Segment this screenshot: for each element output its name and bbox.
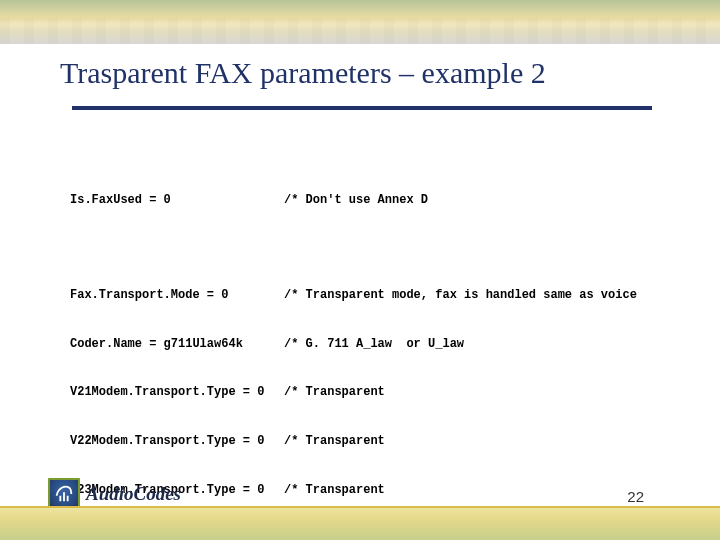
- code-lhs: V21Modem.Transport.Type = 0: [70, 384, 284, 400]
- slide-title: Trasparent FAX parameters – example 2: [60, 56, 546, 90]
- code-lhs: Is.FaxUsed = 0: [70, 192, 284, 208]
- bottom-decorative-band: 22: [0, 506, 720, 540]
- code-comment: /* Transparent mode, fax is handled same…: [284, 287, 637, 303]
- code-line: V22Modem.Transport.Type = 0/* Transparen…: [70, 433, 660, 449]
- code-line: Is.FaxUsed = 0/* Don't use Annex D: [70, 192, 660, 208]
- code-lhs: Fax.Transport.Mode = 0: [70, 287, 284, 303]
- code-lhs: Coder.Name = g711Ulaw64k: [70, 336, 284, 352]
- slide: Trasparent FAX parameters – example 2 Is…: [0, 0, 720, 540]
- code-line: V21Modem.Transport.Type = 0/* Transparen…: [70, 384, 660, 400]
- title-underline: [72, 106, 652, 110]
- code-line: Fax.Transport.Mode = 0/* Transparent mod…: [70, 287, 660, 303]
- code-comment: /* Transparent: [284, 384, 385, 400]
- code-comment: /* Transparent: [284, 433, 385, 449]
- slide-number: 22: [627, 488, 644, 505]
- top-decorative-band: [0, 0, 720, 44]
- code-comment: /* Don't use Annex D: [284, 192, 428, 208]
- code-gap: [70, 241, 660, 255]
- code-comment: /* G. 711 A_law or U_law: [284, 336, 464, 352]
- code-comment: /* Transparent: [284, 482, 385, 498]
- brand-name: AudioCodes: [86, 483, 181, 505]
- code-line: Coder.Name = g711Ulaw64k/* G. 711 A_law …: [70, 336, 660, 352]
- code-lhs: V22Modem.Transport.Type = 0: [70, 433, 284, 449]
